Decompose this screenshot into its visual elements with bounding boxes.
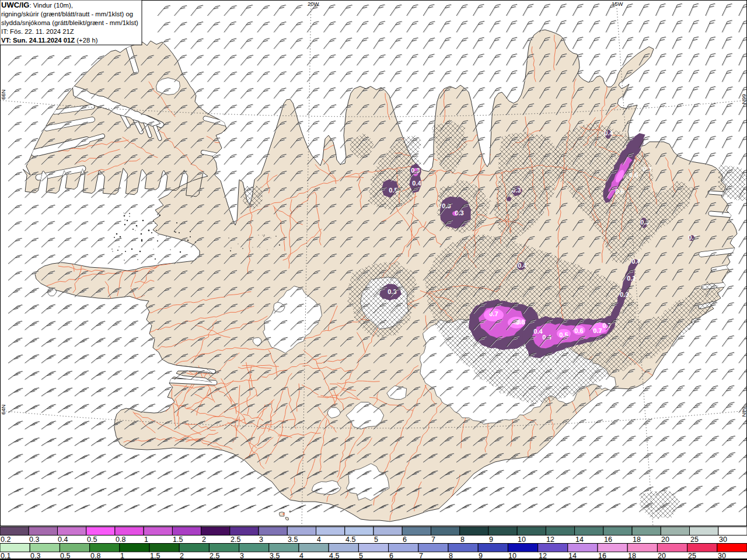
svg-text:3.5: 3.5 — [288, 536, 298, 544]
svg-text:8: 8 — [460, 536, 465, 544]
svg-text:2.5: 2.5 — [231, 536, 240, 544]
svg-text:6: 6 — [403, 536, 407, 544]
svg-text:2: 2 — [202, 536, 206, 544]
svg-text:VT: Sun. 24.11.2024 01Z (+28 h: VT: Sun. 24.11.2024 01Z (+28 h) — [1, 37, 98, 44]
svg-text:4: 4 — [317, 536, 321, 544]
svg-text:IT: Fös. 22. 11. 2024 21Z: IT: Fös. 22. 11. 2024 21Z — [1, 28, 74, 35]
svg-text:0.7: 0.7 — [593, 327, 602, 334]
svg-text:0.3: 0.3 — [643, 166, 651, 173]
svg-text:0.4: 0.4 — [412, 180, 421, 187]
svg-text:1.5: 1.5 — [173, 536, 183, 544]
svg-text:1: 1 — [144, 536, 148, 544]
svg-text:0.3: 0.3 — [627, 275, 636, 282]
svg-text:3: 3 — [259, 536, 263, 544]
svg-text:12: 12 — [546, 536, 554, 544]
svg-text:14: 14 — [575, 536, 584, 544]
svg-text:20: 20 — [661, 536, 669, 544]
svg-text:UWC/IG: Vindur (10m),: UWC/IG: Vindur (10m), — [1, 1, 73, 9]
svg-text:0.4: 0.4 — [631, 258, 641, 265]
svg-text:66N: 66N — [0, 89, 6, 100]
svg-text:0.3: 0.3 — [411, 167, 420, 174]
svg-text:0.4: 0.4 — [604, 130, 613, 136]
svg-text:25: 25 — [690, 536, 699, 544]
svg-text:0.8: 0.8 — [116, 536, 125, 544]
svg-text:0.5: 0.5 — [87, 536, 97, 544]
svg-text:0.4: 0.4 — [58, 536, 68, 544]
svg-text:rigning/skúrir (grænt/blátt/ra: rigning/skúrir (grænt/blátt/rautt - mm/1… — [1, 10, 133, 18]
svg-text:0.3: 0.3 — [688, 234, 697, 241]
svg-text:64N: 64N — [0, 404, 6, 415]
svg-text:0.3: 0.3 — [620, 291, 629, 298]
svg-text:7: 7 — [431, 536, 435, 544]
svg-text:10: 10 — [518, 536, 526, 544]
svg-text:16: 16 — [604, 536, 612, 544]
svg-text:9: 9 — [489, 536, 493, 544]
svg-text:0.2: 0.2 — [1, 536, 11, 544]
svg-text:18: 18 — [633, 536, 641, 544]
svg-text:66N: 66N — [741, 94, 747, 104]
svg-text:0.4: 0.4 — [518, 262, 527, 269]
svg-text:0.6: 0.6 — [615, 188, 624, 195]
svg-text:0.6: 0.6 — [574, 327, 583, 334]
svg-text:15W: 15W — [612, 1, 623, 7]
svg-text:0.3: 0.3 — [29, 536, 39, 544]
svg-text:5: 5 — [374, 536, 378, 544]
svg-text:4.5: 4.5 — [345, 536, 355, 544]
svg-text:slydda/snjókoma (grátt/bleikt/: slydda/snjókoma (grátt/bleikt/grænt - mm… — [1, 19, 138, 26]
svg-text:30: 30 — [719, 536, 727, 544]
